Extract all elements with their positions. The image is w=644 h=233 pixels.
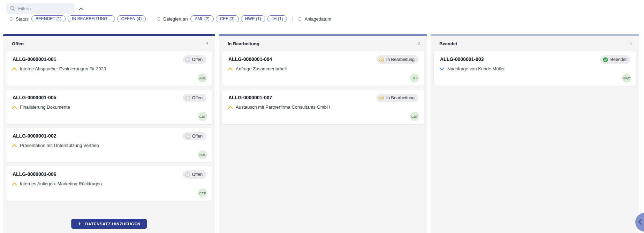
filter-group-status: Status BEENDET (1)IN BEARBEITUNG...OFFEN… — [9, 15, 146, 22]
card-id: ALLG-0000001-005 — [13, 95, 56, 100]
filter-row: Status BEENDET (1)IN BEARBEITUNG...OFFEN… — [9, 15, 334, 23]
priority-down-icon — [439, 67, 445, 71]
collapse-filterbar-button[interactable] — [77, 6, 85, 12]
chevron-left-icon — [638, 219, 643, 225]
record-card[interactable]: ALLG-0000001-003 Beendet Nachfrage von K… — [433, 51, 636, 86]
record-card[interactable]: ALLG-0000001-005 Offen Finalisierung Dok… — [6, 89, 212, 124]
card-description-row: Interne Absprache: Evaluierungen für 202… — [12, 66, 106, 71]
card-description-row: Nachfrage von Kunde Müller — [439, 66, 505, 71]
status-badge-label: Offen — [192, 57, 203, 62]
status-open-icon — [185, 134, 190, 139]
sort-icon[interactable] — [9, 16, 13, 22]
record-card[interactable]: ALLG-0000001-007 In Bearbeitung Austausc… — [222, 89, 424, 124]
card-list: ALLG-0000001-001 Offen Interne Absprache… — [3, 51, 215, 201]
card-description: Anfrage Zusammenarbeit — [236, 66, 287, 71]
card-id: ALLG-0000001-001 — [13, 56, 56, 62]
assignee-avatar: HWE — [622, 73, 631, 83]
filter-pills: AML (2)CEF (3)HWE (1)JH (1) — [190, 15, 287, 22]
status-badge: Offen — [183, 55, 206, 64]
card-id: ALLG-0000001-006 — [13, 171, 56, 177]
card-description: Interne Absprache: Evaluierungen für 202… — [20, 66, 106, 71]
column-header: In Bearbeitung 2 — [219, 36, 427, 51]
column-offen: Offen 4 ALLG-0000001-001 Offen — [3, 34, 215, 233]
sort-icon[interactable] — [157, 16, 161, 22]
toolbar: Status BEENDET (1)IN BEARBEITUNG...OFFEN… — [0, 0, 644, 34]
priority-up-icon — [12, 67, 17, 71]
filter-pill[interactable]: BEENDET (1) — [31, 15, 66, 22]
filter-pill[interactable]: AML (2) — [190, 15, 213, 22]
record-card[interactable]: ALLG-0000001-002 Offen Präsentation mit … — [6, 127, 212, 163]
status-in-progress-icon — [379, 57, 384, 62]
status-badge-label: Offen — [192, 95, 203, 100]
add-record-label: DATENSATZ HINZUFÜGEN — [85, 222, 141, 226]
card-id: ALLG-0000001-002 — [13, 133, 56, 139]
priority-up-icon — [228, 67, 233, 71]
status-open-icon — [185, 57, 190, 62]
card-id: ALLG-0000001-007 — [228, 95, 272, 100]
priority-up-icon — [228, 106, 233, 109]
filter-pill[interactable]: OFFEN (4) — [117, 15, 146, 22]
filter-label: Anlagedatum — [304, 16, 331, 22]
filter-pill[interactable]: CEF (3) — [216, 15, 239, 22]
status-badge: Beendet — [600, 55, 630, 64]
column-header: Beendet 1 — [431, 36, 639, 51]
divider — [151, 16, 151, 22]
column-title: Beendet — [439, 41, 457, 46]
sort-icon[interactable] — [298, 16, 302, 22]
filter-input[interactable] — [18, 6, 70, 11]
card-description-row: Finalisierung Dokumente — [12, 104, 70, 110]
card-list: ALLG-0000001-003 Beendet Nachfrage von K… — [431, 51, 639, 86]
column-in-bearbeitung: In Bearbeitung 2 ALLG-0000001-004 In Bea… — [219, 34, 427, 233]
card-description-row: Internes Anliegen: Marketing Rückfragen — [12, 181, 102, 186]
status-badge: Offen — [183, 94, 206, 102]
assignee-avatar: CEF — [198, 188, 207, 197]
card-list: ALLG-0000001-004 In Bearbeitung Anfrage … — [219, 51, 427, 124]
search-icon — [10, 6, 15, 11]
assignee-avatar: JH — [410, 73, 419, 83]
card-description-row: Anfrage Zusammenarbeit — [228, 66, 287, 71]
status-done-icon — [603, 57, 608, 62]
column-title: In Bearbeitung — [228, 41, 259, 46]
filter-group-delegiert-an: Delegiert an AML (2)CEF (3)HWE (1)JH (1) — [157, 15, 287, 22]
card-id: ALLG-0000001-004 — [228, 56, 272, 62]
record-card[interactable]: ALLG-0000001-004 In Bearbeitung Anfrage … — [222, 51, 424, 86]
filter-pill[interactable]: JH (1) — [267, 15, 287, 22]
assignee-avatar: CEF — [198, 112, 207, 121]
status-badge: In Bearbeitung — [376, 94, 418, 102]
card-description: Nachfrage von Kunde Müller — [447, 66, 505, 71]
column-count: 4 — [206, 41, 208, 46]
kanban-board: Offen 4 ALLG-0000001-001 Offen — [0, 34, 644, 233]
column-count: 2 — [418, 41, 420, 46]
plus-icon: + — [78, 221, 81, 227]
chevron-up-icon — [79, 7, 84, 10]
filter-pills: BEENDET (1)IN BEARBEITUNG...OFFEN (4) — [31, 15, 146, 22]
assignee-avatar: CEF — [410, 112, 419, 121]
filter-pill[interactable]: IN BEARBEITUNG... — [68, 15, 115, 22]
filter-label: Delegiert an — [163, 16, 188, 22]
kanban-app: Status BEENDET (1)IN BEARBEITUNG...OFFEN… — [0, 0, 644, 233]
column-beendet: Beendet 1 ALLG-0000001-003 Beendet — [431, 34, 639, 233]
status-open-icon — [185, 172, 190, 177]
card-description: Austausch mit Partnerfirma Consultants G… — [236, 104, 330, 110]
card-description-row: Austausch mit Partnerfirma Consultants G… — [228, 104, 330, 110]
priority-up-icon — [12, 182, 17, 186]
status-badge-label: Beendet — [610, 57, 627, 62]
add-record-button[interactable]: + DATENSATZ HINZUFÜGEN — [71, 219, 147, 229]
status-badge-label: Offen — [192, 134, 203, 139]
status-badge-label: In Bearbeitung — [386, 95, 415, 100]
record-card[interactable]: ALLG-0000001-006 Offen Internes Anliegen… — [6, 166, 212, 201]
status-badge: In Bearbeitung — [376, 55, 418, 64]
filter-pill[interactable]: HWE (1) — [241, 15, 265, 22]
divider — [292, 16, 293, 22]
card-id: ALLG-0000001-003 — [440, 56, 484, 62]
column-title: Offen — [12, 41, 24, 46]
card-description-row: Präsentation mit Unterstützung Vertrieb — [12, 143, 99, 148]
filter-label: Status — [16, 16, 29, 22]
column-count: 1 — [630, 41, 632, 46]
card-description: Finalisierung Dokumente — [20, 104, 70, 110]
filter-group-anlagedatum: Anlagedatum — [298, 16, 334, 22]
status-badge-label: Offen — [192, 172, 203, 177]
record-card[interactable]: ALLG-0000001-001 Offen Interne Absprache… — [6, 51, 212, 86]
search-box[interactable] — [6, 3, 75, 14]
status-open-icon — [185, 96, 190, 100]
